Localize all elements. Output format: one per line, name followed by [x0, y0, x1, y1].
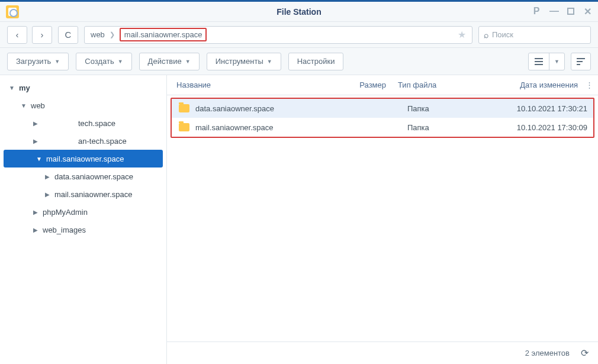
collapse-icon[interactable]: ▼: [36, 156, 43, 162]
star-icon[interactable]: ★: [458, 29, 466, 40]
file-type: Папка: [404, 123, 487, 132]
upload-label: Загрузить: [16, 57, 51, 66]
tree-label: an-tech.space: [43, 137, 127, 146]
window-title: File Station: [277, 7, 321, 17]
folder-tree: ▼ my ▼ web ▶ tech.space ▶ an-tech.space …: [0, 75, 167, 364]
list-view-icon[interactable]: [529, 53, 549, 70]
chevron-down-icon: ▼: [118, 59, 123, 65]
tree-label: my: [19, 83, 30, 92]
folder-icon: [179, 104, 189, 112]
chevron-down-icon: ▼: [54, 59, 60, 65]
help-icon[interactable]: [532, 6, 541, 17]
tree-label: tech.space: [43, 119, 115, 128]
tree-label: phpMyAdmin: [43, 208, 88, 217]
tree-item[interactable]: ▼ web: [0, 96, 166, 114]
expand-icon[interactable]: ▶: [32, 138, 39, 144]
tree-label: mail.saniaowner.space: [46, 154, 124, 163]
file-list: Название Размер Тип файла Дата изменения…: [167, 75, 598, 364]
file-row[interactable]: mail.saniaowner.space Папка 10.10.2021 1…: [172, 118, 593, 137]
expand-icon[interactable]: ▶: [44, 191, 51, 198]
folder-icon: [179, 123, 189, 131]
path-box[interactable]: web ❯ mail.saniaowner.space ★: [84, 26, 472, 44]
nav-back-button[interactable]: ‹: [7, 26, 27, 44]
chevron-down-icon[interactable]: ▼: [549, 53, 564, 70]
file-name: data.saniaowner.space: [195, 104, 274, 113]
column-menu-icon[interactable]: ⋮: [584, 80, 594, 89]
chevron-right-icon: ❯: [110, 31, 115, 38]
create-label: Создать: [85, 57, 114, 66]
file-date: 10.10.2021 17:30:21: [487, 104, 593, 113]
tree-label: web_images: [43, 226, 86, 234]
settings-button[interactable]: Настройки: [288, 53, 344, 70]
action-button[interactable]: Действие ▼: [139, 53, 200, 70]
col-size[interactable]: Размер: [341, 80, 394, 89]
search-input[interactable]: [492, 30, 586, 39]
tree-item[interactable]: ▶ an-tech.space: [0, 132, 166, 150]
path-segment-current[interactable]: mail.saniaowner.space: [120, 28, 207, 41]
tree-label: web: [31, 101, 45, 110]
tree-item[interactable]: ▶ web_images: [0, 221, 166, 239]
tree-item[interactable]: ▶ mail.saniaowner.space: [0, 185, 166, 203]
expand-icon[interactable]: ▶: [44, 173, 51, 180]
maximize-button[interactable]: [567, 8, 574, 15]
tree-item[interactable]: ▶ data.saniaowner.space: [0, 167, 166, 185]
status-bar: 2 элементов ⟳: [167, 342, 598, 364]
create-button[interactable]: Создать ▼: [76, 53, 131, 70]
expand-icon[interactable]: ▶: [32, 227, 39, 233]
file-rows-highlight: data.saniaowner.space Папка 10.10.2021 1…: [171, 98, 594, 138]
nav-forward-button[interactable]: ›: [32, 26, 52, 44]
tree-label: data.saniaowner.space: [54, 172, 133, 181]
collapse-icon[interactable]: ▼: [8, 85, 15, 91]
minimize-button[interactable]: —: [549, 6, 559, 17]
file-row[interactable]: data.saniaowner.space Папка 10.10.2021 1…: [172, 99, 593, 118]
upload-button[interactable]: Загрузить ▼: [7, 53, 69, 70]
tree-label: mail.saniaowner.space: [54, 190, 133, 199]
tree-item-selected[interactable]: ▼ mail.saniaowner.space: [4, 150, 163, 167]
path-segment[interactable]: web: [91, 30, 105, 39]
tools-button[interactable]: Инструменты ▼: [207, 53, 281, 70]
reload-icon[interactable]: ⟳: [579, 348, 590, 359]
view-mode-button[interactable]: ▼: [528, 53, 565, 70]
titlebar: File Station — ✕: [0, 2, 598, 22]
action-label: Действие: [148, 57, 182, 66]
settings-label: Настройки: [297, 57, 335, 66]
item-count: 2 элементов: [525, 349, 570, 357]
toolbar: Загрузить ▼ Создать ▼ Действие ▼ Инструм…: [0, 48, 598, 75]
expand-icon[interactable]: ▶: [32, 209, 39, 215]
app-icon: [6, 5, 19, 18]
col-date[interactable]: Дата изменения: [477, 80, 584, 89]
search-icon: ⌕: [484, 30, 488, 40]
tools-label: Инструменты: [216, 57, 263, 66]
tree-root[interactable]: ▼ my: [0, 79, 166, 96]
sort-button[interactable]: [571, 53, 591, 70]
col-name[interactable]: Название: [167, 80, 341, 89]
close-button[interactable]: ✕: [583, 6, 592, 17]
file-date: 10.10.2021 17:30:09: [487, 123, 593, 132]
nav-reload-button[interactable]: C: [58, 26, 78, 44]
column-headers: Название Размер Тип файла Дата изменения…: [167, 75, 598, 95]
collapse-icon[interactable]: ▼: [20, 102, 27, 109]
file-type: Папка: [404, 104, 487, 113]
col-type[interactable]: Тип файла: [394, 80, 477, 89]
file-name: mail.saniaowner.space: [195, 123, 274, 132]
tree-item[interactable]: ▶ tech.space: [0, 114, 166, 132]
search-box[interactable]: ⌕: [478, 26, 591, 44]
expand-icon[interactable]: ▶: [32, 120, 39, 127]
chevron-down-icon: ▼: [185, 59, 191, 65]
address-bar: ‹ › C web ❯ mail.saniaowner.space ★ ⌕: [0, 22, 598, 48]
tree-item[interactable]: ▶ phpMyAdmin: [0, 203, 166, 221]
chevron-down-icon: ▼: [267, 59, 272, 65]
